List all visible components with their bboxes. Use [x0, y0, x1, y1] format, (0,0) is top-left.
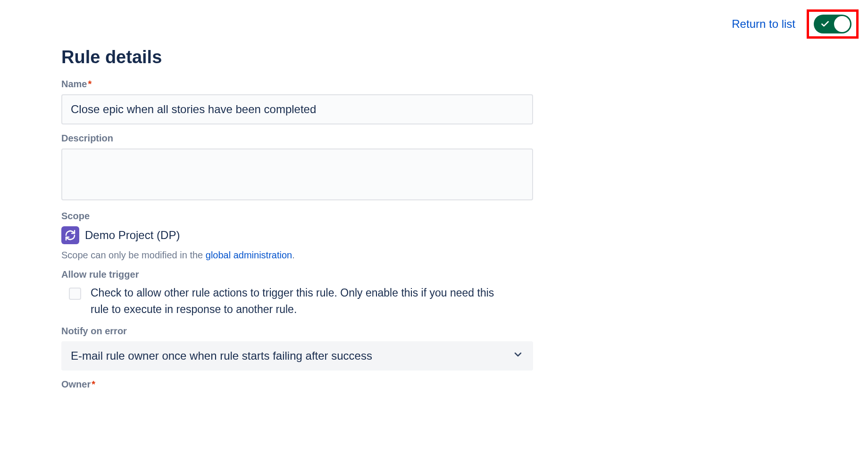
- notify-error-select[interactable]: E-mail rule owner once when rule starts …: [61, 341, 533, 371]
- page-title: Rule details: [61, 47, 533, 67]
- notify-error-label: Notify on error: [61, 326, 533, 337]
- scope-label: Scope: [61, 211, 533, 222]
- name-label: Name*: [61, 79, 533, 90]
- owner-label: Owner*: [61, 379, 533, 390]
- allow-trigger-checkbox[interactable]: [69, 288, 81, 300]
- allow-trigger-help: Check to allow other rule actions to tri…: [91, 285, 515, 317]
- checkmark-icon: [820, 19, 830, 29]
- name-input[interactable]: [61, 94, 533, 124]
- scope-help-text: Scope can only be modified in the global…: [61, 250, 533, 261]
- global-admin-link[interactable]: global administration: [206, 250, 292, 260]
- required-indicator: *: [88, 79, 92, 89]
- chevron-down-icon: [512, 349, 524, 363]
- rule-enabled-toggle[interactable]: [814, 15, 851, 33]
- toggle-knob: [834, 16, 850, 32]
- allow-trigger-label: Allow rule trigger: [61, 269, 533, 280]
- notify-error-value: E-mail rule owner once when rule starts …: [71, 349, 372, 363]
- description-label: Description: [61, 133, 533, 144]
- scope-project-name: Demo Project (DP): [85, 229, 180, 242]
- project-avatar-icon: [61, 226, 79, 244]
- description-input[interactable]: [61, 148, 533, 200]
- required-indicator: *: [92, 379, 95, 389]
- toggle-highlight-annotation: [807, 9, 859, 39]
- return-to-list-link[interactable]: Return to list: [732, 17, 795, 31]
